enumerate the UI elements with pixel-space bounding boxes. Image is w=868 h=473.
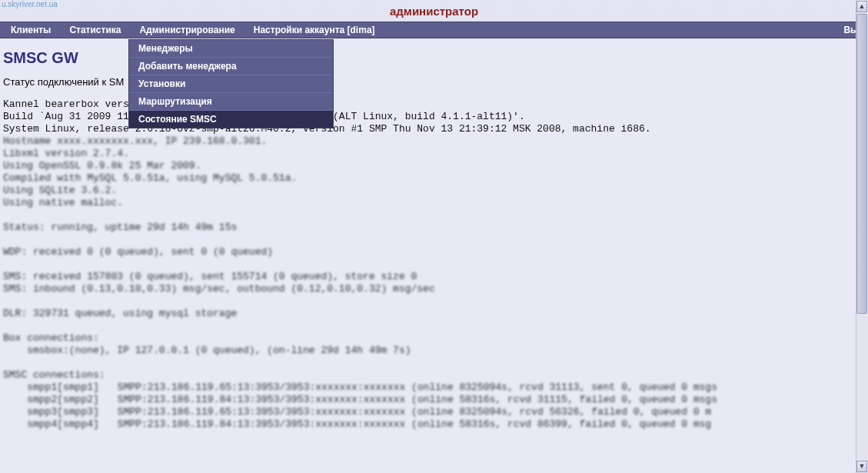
main-menu-bar: Клиенты Статистика Администрирование Нас… xyxy=(0,22,868,38)
obscured-system-details: Hostname xxxx.xxxxxxx.xxx, IP 239.168.0.… xyxy=(3,135,865,209)
scroll-up-arrow-icon[interactable]: ▲ xyxy=(856,1,867,12)
menu-statistics[interactable]: Статистика xyxy=(60,22,130,38)
dropdown-add-manager[interactable]: Добавить менеджера xyxy=(129,57,333,75)
dropdown-managers[interactable]: Менеджеры xyxy=(129,40,333,57)
administration-dropdown: Менеджеры Добавить менеджера Установки М… xyxy=(128,39,334,128)
scroll-thumb[interactable] xyxy=(856,14,867,314)
page-role-title: администратор xyxy=(390,5,478,18)
obscured-dlr-line: DLR: 329731 queued, using mysql storage xyxy=(3,308,865,320)
dropdown-routing[interactable]: Маршрутизация xyxy=(129,92,333,110)
obscured-smsc-table: smpp1[smpp1] smpp2[smpp2] smpp3[smpp3] s… xyxy=(3,381,865,431)
menu-clients[interactable]: Клиенты xyxy=(2,22,60,38)
smsc-col-left: smpp1[smpp1] smpp2[smpp2] smpp3[smpp3] s… xyxy=(3,381,99,431)
menu-administration[interactable]: Администрирование xyxy=(130,22,244,38)
dropdown-smsc-status[interactable]: Состояние SMSC xyxy=(129,110,333,128)
obscured-box-connections: Box connections: smsbox:(none), IP 127.0… xyxy=(3,332,865,357)
obscured-smsc-header: SMSC connections: xyxy=(3,369,865,381)
smsc-col-right: SMPP:213.186.119.65:13:3953/3953:xxxxxxx… xyxy=(118,381,717,431)
menu-account-settings[interactable]: Настройки аккаунта [dima] xyxy=(244,22,384,38)
status-host-link[interactable]: u.skyriver.net.ua xyxy=(2,0,58,8)
obscured-status-line: Status: running, uptime 29d 14h 49m 15s xyxy=(3,222,865,234)
top-bar: u.skyriver.net.ua администратор xyxy=(0,0,868,22)
obscured-wdp-line: WDP: received 0 (0 queued), sent 0 (0 qu… xyxy=(3,246,865,258)
obscured-sms-block: SMS: received 157803 (0 queued), sent 15… xyxy=(3,271,865,295)
vertical-scrollbar[interactable]: ▲ ▼ xyxy=(856,0,868,473)
dropdown-settings[interactable]: Установки xyxy=(129,75,333,92)
scroll-down-arrow-icon[interactable]: ▼ xyxy=(856,461,867,472)
